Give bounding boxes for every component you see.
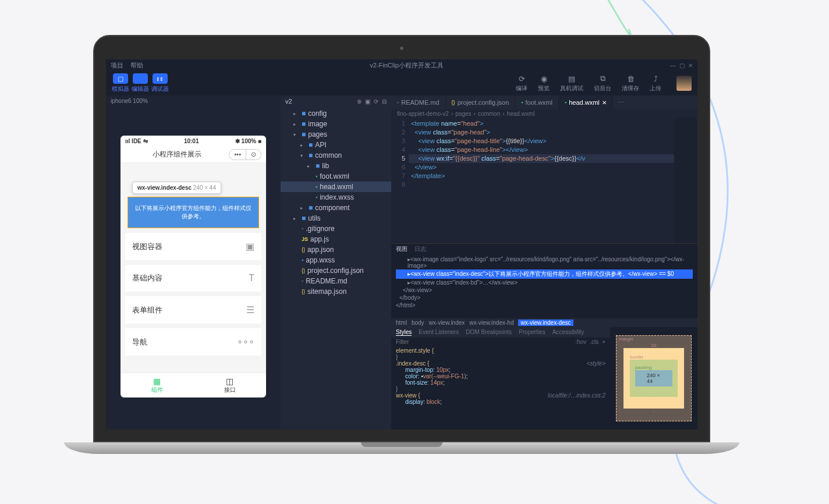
- toolbar-调试器[interactable]: ⫾⫾调试器: [151, 73, 169, 93]
- dom-path-segment[interactable]: wx-view.index: [429, 320, 465, 326]
- tree-app.js[interactable]: JS app.js: [281, 234, 391, 244]
- tabbar-接口[interactable]: ◫接口: [193, 373, 266, 397]
- toolbar: ▢模拟器编辑器⫾⫾调试器 ⟳编译◉预览▤真机调试⧉切后台🗑清缓存⤴上传: [106, 71, 697, 95]
- list-item[interactable]: 导航∘∘∘: [125, 328, 261, 356]
- filter-action[interactable]: :hov: [575, 339, 586, 345]
- styles-tab-Event Listeners[interactable]: Event Listeners: [419, 329, 459, 336]
- action-清缓存[interactable]: 🗑清缓存: [622, 74, 639, 93]
- capsule-close-icon[interactable]: ⊙: [246, 150, 261, 159]
- editor-pane: ▫ README.md{} project.config.json▪ foot.…: [391, 95, 697, 430]
- tree-app.wxss[interactable]: ▪ app.wxss: [281, 255, 391, 265]
- tree-head.wxml[interactable]: ▪ head.wxml: [281, 182, 391, 192]
- tree-index.wxss[interactable]: ▪ index.wxss: [281, 192, 391, 203]
- tab-project.config.json[interactable]: {} project.config.json: [446, 95, 516, 109]
- tree-pages[interactable]: ▾■ pages: [281, 129, 391, 140]
- menu-project[interactable]: 项目: [111, 61, 123, 70]
- minimap[interactable]: [674, 118, 697, 243]
- dom-path-segment[interactable]: body: [412, 320, 424, 326]
- more-tabs-icon[interactable]: ⋯: [613, 95, 629, 109]
- action-真机调试[interactable]: ▤真机调试: [560, 74, 583, 93]
- list-item[interactable]: 表单组件☰: [125, 296, 261, 324]
- tree-config[interactable]: ▸■ config: [281, 108, 391, 119]
- tree-README.md[interactable]: ▫ README.md: [281, 276, 391, 286]
- dom-path-segment[interactable]: wx-view.index-desc: [518, 320, 573, 326]
- inspector-tooltip: wx-view.index-desc 240 × 44: [132, 182, 221, 194]
- action-上传[interactable]: ⤴上传: [650, 74, 661, 93]
- simulator-device-label: iphone6 100%: [106, 95, 281, 107]
- code-editor[interactable]: <template name="head"> <view class="page…: [409, 118, 674, 243]
- dom-path-segment[interactable]: wx-view.index-hd: [469, 320, 513, 326]
- list-item[interactable]: 基础内容T: [125, 265, 261, 292]
- tabbar-组件[interactable]: ▦组件: [121, 373, 193, 397]
- action-预览[interactable]: ◉预览: [538, 74, 550, 93]
- tab-head.wxml[interactable]: ▪ head.wxml✕: [559, 95, 613, 109]
- filter-action[interactable]: .cls: [590, 339, 598, 345]
- tree-common[interactable]: ▾■ common: [281, 150, 391, 161]
- highlighted-element[interactable]: 以下将展示小程序官方组件能力，组件样式仅供参考。: [127, 197, 259, 228]
- dt-tab-view[interactable]: 视图: [396, 245, 408, 253]
- new-file-icon[interactable]: ⊕: [357, 98, 362, 105]
- dom-path[interactable]: htmlbodywx-view.indexwx-view.index-hdwx-…: [391, 318, 697, 327]
- window-title: v2-FinClip小程序开发工具: [150, 61, 663, 70]
- capsule-menu[interactable]: ••• ⊙: [229, 149, 261, 160]
- window-controls: — ▢ ✕: [670, 62, 693, 69]
- toolbar-编辑器[interactable]: 编辑器: [132, 73, 149, 93]
- simulator-pane: iphone6 100% ııl IDE ⇋ 10:01 ✱ 100% ■ 小程…: [106, 95, 281, 430]
- filter-action[interactable]: +: [602, 339, 605, 345]
- camera-dot: [400, 47, 403, 50]
- list-item[interactable]: 视图容器▣: [125, 233, 261, 260]
- styles-filter-input[interactable]: [396, 339, 575, 345]
- status-time: 10:01: [184, 138, 199, 144]
- menu-help[interactable]: 帮助: [130, 61, 143, 70]
- explorer-root[interactable]: v2: [285, 98, 292, 105]
- devtools: 视图 日志 ▸<wx-image class="index-logo" src=…: [391, 243, 697, 430]
- close-icon[interactable]: ✕: [688, 62, 693, 69]
- tree-API[interactable]: ▸■ API: [281, 140, 391, 150]
- styles-tab-Styles[interactable]: Styles: [396, 329, 412, 336]
- dom-path-segment[interactable]: html: [396, 320, 407, 326]
- new-folder-icon[interactable]: ▣: [365, 98, 370, 105]
- tree-app.json[interactable]: {} app.json: [281, 244, 391, 255]
- toolbar-模拟器[interactable]: ▢模拟器: [112, 73, 129, 93]
- dt-tab-log[interactable]: 日志: [414, 245, 426, 253]
- tree-foot.wxml[interactable]: ▪ foot.wxml: [281, 171, 391, 182]
- menubar: 项目 帮助 v2-FinClip小程序开发工具 — ▢ ✕: [106, 59, 697, 71]
- laptop-frame: 项目 帮助 v2-FinClip小程序开发工具 — ▢ ✕ ▢模拟器编辑器⫾⫾调…: [93, 35, 710, 454]
- tab-foot.wxml[interactable]: ▪ foot.wxml: [515, 95, 559, 109]
- app-title: 小程序组件展示: [125, 150, 229, 159]
- tree-sitemap.json[interactable]: {} sitemap.json: [281, 286, 391, 297]
- box-model: margin 10 border - padding - 240 × 44 -: [610, 327, 697, 430]
- action-切后台[interactable]: ⧉切后台: [594, 74, 611, 93]
- maximize-icon[interactable]: ▢: [679, 62, 685, 69]
- status-battery: ✱ 100% ■: [235, 138, 261, 144]
- capsule-more-icon[interactable]: •••: [229, 150, 246, 159]
- styles-tab-Accessibility[interactable]: Accessibility: [552, 329, 584, 336]
- line-gutter: 12345678: [391, 118, 409, 243]
- refresh-icon[interactable]: ⟳: [374, 98, 378, 105]
- styles-tab-Properties[interactable]: Properties: [519, 329, 545, 336]
- file-explorer: v2 ⊕ ▣ ⟳ ⊟ ▸■ config▸■ image▾■ pages▸■ A…: [281, 95, 391, 430]
- styles-tab-DOM Breakpoints[interactable]: DOM Breakpoints: [466, 329, 512, 336]
- dom-inspector[interactable]: ▸<wx-image class="index-logo" src="../re…: [391, 254, 697, 318]
- css-rules[interactable]: element.style { } .index-desc {<style> m…: [391, 346, 610, 406]
- tree-component[interactable]: ▸■ component: [281, 203, 391, 213]
- status-signal: ııl IDE ⇋: [125, 138, 148, 144]
- breadcrumb[interactable]: fino-applet-demo-v2›pages›common›head.wx…: [391, 109, 697, 118]
- tree-.gitignore[interactable]: ▫ .gitignore: [281, 223, 391, 234]
- minimize-icon[interactable]: —: [670, 62, 676, 69]
- tab-README.md[interactable]: ▫ README.md: [391, 95, 446, 109]
- action-编译[interactable]: ⟳编译: [516, 74, 527, 93]
- tree-project.config.json[interactable]: {} project.config.json: [281, 265, 391, 276]
- collapse-icon[interactable]: ⊟: [382, 98, 387, 105]
- app-screen: 项目 帮助 v2-FinClip小程序开发工具 — ▢ ✕ ▢模拟器编辑器⫾⫾调…: [106, 59, 697, 430]
- tree-lib[interactable]: ▸■ lib: [281, 161, 391, 171]
- tree-utils[interactable]: ▸■ utils: [281, 213, 391, 223]
- avatar[interactable]: [676, 76, 692, 91]
- tree-image[interactable]: ▸■ image: [281, 119, 391, 129]
- phone-simulator[interactable]: ııl IDE ⇋ 10:01 ✱ 100% ■ 小程序组件展示 ••• ⊙: [121, 136, 266, 397]
